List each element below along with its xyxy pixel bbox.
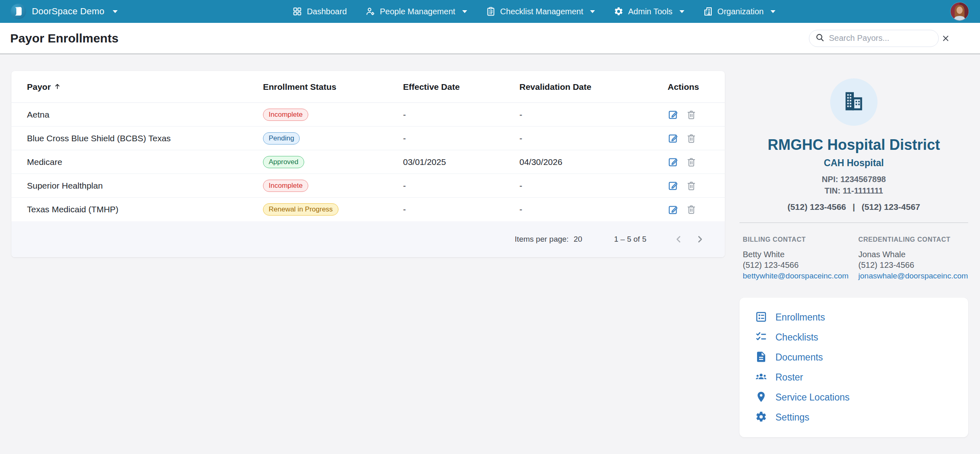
clear-search-button[interactable] (941, 34, 950, 43)
doorspace-logo-icon (11, 4, 26, 19)
contacts-section: BILLING CONTACT Betty White (512) 123-45… (739, 236, 968, 281)
status-badge: Incomplete (263, 180, 308, 192)
billing-contact-email[interactable]: bettywhite@doorspaceinc.com (743, 271, 849, 281)
top-navbar: DoorSpace Demo Dashboard People Manageme… (0, 0, 980, 23)
payor-name: Texas Medicaid (TMHP) (27, 205, 263, 214)
status-badge: Incomplete (263, 109, 308, 121)
person-gear-icon (365, 7, 375, 16)
chevron-down-icon (113, 10, 118, 13)
ballot-icon (755, 311, 767, 325)
next-page-button[interactable] (695, 234, 705, 245)
delete-button[interactable] (686, 204, 697, 215)
effective-date: - (403, 110, 519, 120)
nav-item-checklist-management[interactable]: Checklist Management (486, 7, 595, 16)
gear-icon (755, 411, 767, 425)
billing-contact: BILLING CONTACT Betty White (512) 123-45… (743, 236, 849, 281)
revalidation-date: 04/30/2026 (519, 157, 657, 167)
gear-icon (614, 7, 624, 16)
nav-item-organization[interactable]: Organization (703, 7, 775, 16)
edit-button[interactable] (668, 180, 679, 191)
menu-item-checklists[interactable]: Checklists (739, 327, 968, 347)
table-row: Blue Cross Blue Shield (BCBS) Texas Pend… (11, 127, 725, 150)
organization-phone-2: (512) 123-4567 (862, 202, 920, 212)
menu-item-service-locations[interactable]: Service Locations (739, 387, 968, 407)
payor-table-card: Payor Enrollment Status Effective Date R… (11, 71, 725, 257)
search-box (809, 30, 939, 47)
organization-panel: RMGHC Hospital District CAH Hospital NPI… (739, 71, 968, 437)
effective-date: 03/01/2025 (403, 157, 519, 167)
status-badge: Pending (263, 132, 300, 145)
page-header: Payor Enrollments (0, 23, 980, 54)
table-body: Aetna Incomplete - - Blue Cross Blue Shi… (11, 103, 725, 221)
edit-button[interactable] (668, 156, 679, 167)
content-area: Payor Enrollment Status Effective Date R… (0, 54, 980, 437)
revalidation-date: - (519, 181, 657, 191)
menu-item-settings[interactable]: Settings (739, 407, 968, 427)
chevron-down-icon (771, 10, 775, 13)
delete-button[interactable] (686, 109, 697, 120)
column-header-effective: Effective Date (403, 82, 519, 92)
sort-ascending-icon (54, 82, 61, 92)
people-group-icon (755, 371, 767, 385)
search-icon (815, 33, 825, 44)
column-header-status: Enrollment Status (263, 82, 403, 92)
edit-button[interactable] (668, 133, 679, 144)
location-pin-icon (755, 391, 767, 405)
edit-button[interactable] (668, 109, 679, 120)
nav-label: People Management (380, 7, 455, 16)
menu-item-documents[interactable]: Documents (739, 347, 968, 367)
brand-menu[interactable]: DoorSpace Demo (11, 4, 118, 19)
menu-item-roster[interactable]: Roster (739, 367, 968, 387)
phones-divider: | (853, 202, 855, 212)
payor-name: Aetna (27, 110, 263, 120)
nav-label: Admin Tools (628, 7, 673, 16)
chevron-down-icon (462, 10, 467, 13)
billing-contact-phone: (512) 123-4566 (743, 260, 849, 270)
column-header-actions: Actions (657, 82, 715, 92)
status-badge: Renewal in Progress (263, 203, 339, 216)
table-row: Medicare Approved 03/01/2025 04/30/2026 (11, 150, 725, 174)
hospital-building-icon (843, 90, 865, 114)
brand-name: DoorSpace Demo (32, 6, 105, 17)
payor-name: Superior Healthplan (27, 181, 263, 191)
search-input[interactable] (829, 33, 937, 43)
user-avatar[interactable] (951, 2, 969, 20)
revalidation-date: - (519, 110, 657, 120)
previous-page-button[interactable] (673, 234, 684, 245)
payor-name: Medicare (27, 157, 263, 167)
billing-contact-name: Betty White (743, 249, 849, 260)
nav-item-people-management[interactable]: People Management (365, 7, 467, 16)
nav-label: Organization (717, 7, 764, 16)
items-per-page-value[interactable]: 20 (574, 235, 582, 244)
divider (739, 223, 968, 223)
chevron-down-icon (590, 10, 595, 13)
revalidation-date: - (519, 134, 657, 143)
grid-icon (292, 7, 302, 16)
edit-button[interactable] (668, 204, 679, 215)
clipboard-icon (486, 7, 496, 16)
nav-item-admin-tools[interactable]: Admin Tools (614, 7, 684, 16)
table-row: Texas Medicaid (TMHP) Renewal in Progres… (11, 198, 725, 221)
delete-button[interactable] (686, 180, 697, 191)
nav-item-dashboard[interactable]: Dashboard (292, 7, 347, 16)
organization-phone-1: (512) 123-4566 (787, 202, 846, 212)
delete-button[interactable] (686, 133, 697, 144)
credentialing-contact-phone: (512) 123-4566 (858, 260, 968, 270)
credentialing-contact: CREDENTIALING CONTACT Jonas Whale (512) … (858, 236, 968, 281)
chevron-down-icon (679, 10, 684, 13)
menu-item-enrollments[interactable]: Enrollments (739, 307, 968, 327)
credentialing-contact-name: Jonas Whale (858, 249, 968, 260)
credentialing-contact-email[interactable]: jonaswhale@doorspaceinc.com (858, 271, 968, 281)
billing-contact-label: BILLING CONTACT (743, 236, 849, 243)
organization-avatar (830, 78, 878, 126)
building-icon (703, 7, 713, 16)
delete-button[interactable] (686, 157, 697, 167)
credentialing-contact-label: CREDENTIALING CONTACT (858, 236, 968, 243)
table-header-row: Payor Enrollment Status Effective Date R… (11, 71, 725, 103)
items-per-page-label: Items per page: (515, 235, 569, 244)
organization-menu: Enrollments Checklists Documents Roster (739, 298, 968, 437)
effective-date: - (403, 181, 519, 191)
payor-name: Blue Cross Blue Shield (BCBS) Texas (27, 134, 263, 143)
column-header-payor[interactable]: Payor (27, 82, 263, 92)
page-range: 1 – 5 of 5 (614, 235, 646, 244)
